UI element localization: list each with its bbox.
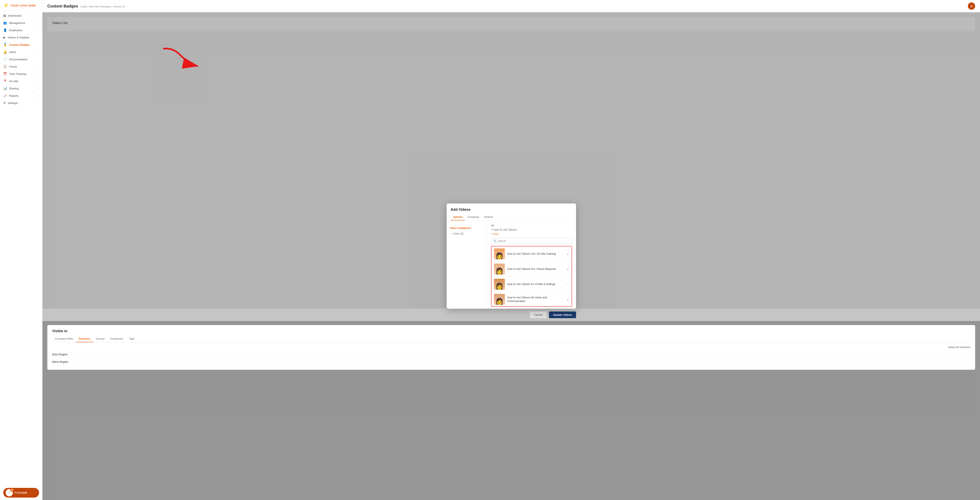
video-thumb-1: 👩 <box>494 264 505 274</box>
tree-item[interactable]: > How To Use Tyfoom <box>491 228 572 232</box>
nav-label-dashboard: Dashboard <box>8 14 21 17</box>
modal-tabs: TyfoomCompanyShared <box>447 212 576 220</box>
nav-icon-on-site: 📍 <box>3 79 7 83</box>
video-item-0[interactable]: 👩 How to Use Tyfoom #10: On-Site Trainin… <box>492 246 572 261</box>
category-user[interactable]: ‹ < User (2) <box>450 231 484 236</box>
nav-label-employees: Employees <box>9 29 23 32</box>
tyfoom-logo: T 25 <box>6 489 13 496</box>
chevron-icon-documentation: › <box>38 58 39 61</box>
video-check-3[interactable]: ✓ <box>566 298 569 301</box>
visible-to-title: Visible to <box>52 329 970 333</box>
logo-icon: ⚡ <box>3 3 9 8</box>
search-box[interactable]: 🔍 <box>491 238 572 244</box>
badge-count: 25 <box>10 488 14 492</box>
tree-all[interactable]: All <box>491 223 572 228</box>
add-videos-modal: Add Videos TyfoomCompanyShared Video Cat… <box>447 204 576 309</box>
video-item-1[interactable]: 👩 How to Use Tyfoom #11: Pause Requests … <box>492 261 572 277</box>
sidebar-item-management[interactable]: 👥 Management › <box>0 19 42 27</box>
division-item[interactable]: West Region <box>52 358 970 366</box>
chevron-icon-management: › <box>38 22 39 24</box>
sidebar-item-sharing[interactable]: 📊 Sharing › <box>0 85 42 92</box>
sidebar-item-documentation[interactable]: 📄 Documentation › <box>0 56 42 63</box>
nav-label-on-site: On-Site <box>9 80 18 83</box>
footer-buttons: Cancel Update Videos <box>447 312 576 318</box>
nav-icon-custom-badges: 🏅 <box>3 43 7 46</box>
visible-tab-divisions[interactable]: Divisions <box>76 336 93 342</box>
video-thumb-3: 👩 <box>494 294 505 305</box>
nav-label-settings: Settings <box>8 102 18 105</box>
sidebar-item-custom-badges[interactable]: 🏅 Custom Badges <box>0 41 42 48</box>
chevron-icon-time-tracking: › <box>38 73 39 75</box>
nav-icon-management: 👥 <box>3 21 7 25</box>
header-right: U <box>968 2 975 10</box>
chevron-icon-employees: › <box>38 29 39 31</box>
sidebar-item-time-tracking[interactable]: ⏰ Time Tracking › <box>0 70 42 78</box>
video-name-0: How to Use Tyfoom #10: On-Site Training <box>507 252 564 256</box>
breadcrumb: Drafts / New Hire Orientation / Version … <box>81 5 125 8</box>
sidebar-item-settings[interactable]: ⚙ Settings › <box>0 99 42 107</box>
sidebar-item-on-site[interactable]: 📍 On-Site › <box>0 78 42 85</box>
page-title: Custom Badges <box>47 4 78 8</box>
modal-footer-bar: Cancel Update Videos <box>43 309 980 321</box>
visible-tab-employees[interactable]: Employees <box>107 336 126 342</box>
video-check-1[interactable]: ✓ <box>566 267 569 271</box>
select-all-divisions-button[interactable]: Select All Divisions <box>948 346 970 349</box>
modal-tab-shared[interactable]: Shared <box>482 214 495 220</box>
video-check-2[interactable]: ✓ <box>566 282 569 286</box>
visible-to-tabs: Company WideDivisionsGroupsEmployeesTags <box>52 336 970 342</box>
video-list-items: 👩 How to Use Tyfoom #10: On-Site Trainin… <box>491 246 572 307</box>
category-label: < User (2) <box>452 232 463 235</box>
video-thumb-0: 👩 <box>494 248 505 259</box>
division-item[interactable]: East Region <box>52 351 970 358</box>
chevron-icon-sharing: › <box>38 87 39 89</box>
nav-label-documentation: Documentation <box>9 58 27 61</box>
sidebar-item-forms[interactable]: 📋 Forms › <box>0 63 42 70</box>
sidebar-item-dashboard[interactable]: ▦ Dashboard <box>0 12 42 19</box>
nav-icon-sharing: 📊 <box>3 87 7 90</box>
modal-overlay: Add Videos TyfoomCompanyShared Video Cat… <box>43 12 980 500</box>
video-check-0[interactable]: ✓ <box>566 252 569 256</box>
sidebar-item-alerts[interactable]: 🔔 Alerts › <box>0 48 42 56</box>
nav-label-management: Management <box>9 21 25 24</box>
search-icon: 🔍 <box>493 239 496 242</box>
visible-to-card: Visible to Company WideDivisionsGroupsEm… <box>47 325 975 370</box>
sidebar-bottom: T 25 TYFOOM <box>0 485 42 500</box>
video-item-2[interactable]: 👩 How to Use Tyfoom #2: Profile & Settin… <box>492 277 572 292</box>
chevron-icon-settings: › <box>38 102 39 104</box>
chevron-icon-reports: › <box>38 94 39 97</box>
overlay-bottom: Visible to Company WideDivisionsGroupsEm… <box>43 321 980 500</box>
video-thumb-2: 👩 <box>494 279 505 290</box>
nav-label-time-tracking: Time Tracking <box>9 72 26 75</box>
update-videos-button[interactable]: Update Videos <box>549 312 576 318</box>
cancel-button[interactable]: Cancel <box>530 312 547 318</box>
user-avatar[interactable]: U <box>968 2 975 10</box>
chevron-icon-videos: › <box>38 36 39 39</box>
content-area: Video List Add Videos <box>43 12 980 500</box>
logo-text: YOUR LOGO HERE <box>10 4 36 7</box>
modal-wrap: Add Videos TyfoomCompanyShared Video Cat… <box>43 191 980 309</box>
modal-content: Video Categories ‹ < User (2) All <box>447 220 576 309</box>
modal-tab-company[interactable]: Company <box>465 214 482 220</box>
nav-icon-employees: 👤 <box>3 28 7 32</box>
nav-label-videos: Videos & Playlists <box>8 36 29 39</box>
main-area: Custom Badges Drafts / New Hire Orientat… <box>43 0 980 500</box>
visible-tab-tags[interactable]: Tags <box>126 336 137 342</box>
chevron-left-icon: ‹ <box>450 232 451 235</box>
nav-icon-reports: 📈 <box>3 94 7 97</box>
nav-icon-documentation: 📄 <box>3 57 7 61</box>
video-item-3[interactable]: 👩 How to Use Tyfoom #9: Alerts and Commu… <box>492 292 572 307</box>
video-categories-label[interactable]: Video Categories <box>450 226 484 229</box>
visible-tab-groups[interactable]: Groups <box>93 336 108 342</box>
logo-area[interactable]: ⚡ YOUR LOGO HERE <box>0 0 42 10</box>
tree-item[interactable]: > User <box>491 232 572 236</box>
sidebar-item-reports[interactable]: 📈 Reports › <box>0 92 42 99</box>
visible-tab-company-wide[interactable]: Company Wide <box>52 336 76 342</box>
left-panel: Video Categories ‹ < User (2) <box>447 220 487 309</box>
video-name-1: How to Use Tyfoom #11: Pause Requests <box>507 267 564 271</box>
sidebar-item-employees[interactable]: 👤 Employees › <box>0 27 42 34</box>
tyfoom-badge[interactable]: T 25 TYFOOM <box>3 488 39 498</box>
sidebar-item-videos[interactable]: ▶ Videos & Playlists › <box>0 34 42 41</box>
modal-tab-tyfoom[interactable]: Tyfoom <box>451 214 465 220</box>
search-input[interactable] <box>498 239 570 242</box>
modal-header: Add Videos TyfoomCompanyShared <box>447 204 576 220</box>
